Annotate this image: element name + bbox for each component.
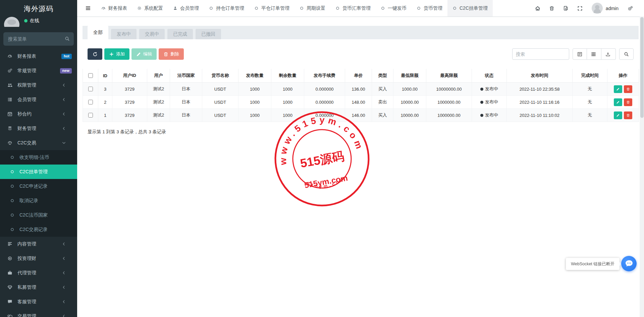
refresh-button[interactable]	[88, 48, 102, 60]
delete-row-button[interactable]	[624, 98, 632, 106]
row-checkbox[interactable]	[88, 113, 93, 118]
cell-remaining: 1000	[271, 109, 304, 122]
align-left-icon	[7, 241, 13, 246]
cell-user_id: 3729	[112, 96, 147, 109]
sidebar-item-财务报表[interactable]: 财务报表hot	[0, 49, 77, 63]
hamburger-menu-icon[interactable]	[80, 0, 96, 16]
columns-icon	[591, 52, 596, 57]
user-avatar[interactable]	[592, 3, 603, 14]
topnav-tab-货币汇率管理[interactable]: 货币汇率管理	[330, 0, 376, 16]
search-icon	[65, 36, 70, 41]
chevron-left-icon	[62, 97, 67, 102]
topnav-right: admin	[531, 0, 644, 16]
filter-tab-发布中[interactable]: 发布中	[111, 29, 137, 39]
orders-table: ID用户ID用户法币国家货币名称发布数量剩余数量发布手续费单价类型最低限额最高限…	[83, 69, 639, 122]
detail-view-button[interactable]	[573, 48, 587, 60]
sidebar-submenu: 收支明细-法币C2C挂单管理C2C申述记录取消记录C2C法币国家C2C交易记录	[0, 150, 77, 237]
sidebar-subitem-C2C挂单管理[interactable]: C2C挂单管理	[0, 165, 77, 179]
username-label[interactable]: admin	[606, 6, 619, 11]
cell-country: 日本	[170, 109, 202, 122]
edit-row-button[interactable]	[614, 111, 622, 119]
sidebar-item-label: 财务报表	[17, 53, 36, 59]
select-all-checkbox[interactable]	[88, 73, 93, 78]
status-dot-icon	[480, 88, 483, 91]
cell-currency: USDT	[202, 109, 238, 122]
gear-icon	[137, 6, 142, 10]
cell-completed: 无	[573, 83, 607, 96]
filter-tab-已完成[interactable]: 已完成	[167, 29, 193, 39]
table-search-input[interactable]	[512, 48, 569, 60]
home-button[interactable]	[531, 6, 545, 11]
topnav-tab-货币管理[interactable]: 货币管理	[412, 0, 447, 16]
pencil-icon	[616, 100, 620, 104]
cell-currency: USDT	[202, 83, 238, 96]
scrollbar-thumb[interactable]	[640, 17, 644, 118]
row-checkbox[interactable]	[88, 87, 93, 91]
sidebar-item-交易管理[interactable]: 交易管理	[0, 309, 77, 317]
sidebar-item-代理管理[interactable]: 代理管理	[0, 266, 77, 280]
sidebar-item-财务管理[interactable]: 财务管理	[0, 121, 77, 136]
filter-tab-全部[interactable]: 全部	[88, 26, 108, 39]
scrollbar-track[interactable]	[640, 16, 644, 317]
sidebar-subitem-label: C2C挂单管理	[19, 169, 48, 175]
delete-button[interactable]: 删除	[159, 48, 184, 60]
topnav-tab-持仓订单管理[interactable]: 持仓订单管理	[204, 0, 249, 16]
fullscreen-button[interactable]	[573, 6, 587, 11]
row-checkbox-cell	[83, 109, 98, 122]
edit-row-button[interactable]	[614, 85, 622, 93]
topnav-tab-C2C挂单管理[interactable]: C2C挂单管理	[447, 0, 493, 16]
column-header: 用户ID	[112, 69, 147, 83]
topnav-tab-财务报表[interactable]: 财务报表	[96, 0, 132, 16]
search-submit-button[interactable]	[619, 48, 634, 60]
add-button[interactable]: 添加	[104, 48, 129, 60]
delete-row-button[interactable]	[624, 111, 632, 119]
cell-min: 1000.00	[393, 83, 426, 96]
filter-tab-交易中[interactable]: 交易中	[139, 29, 165, 39]
topnav-tab-系统配置[interactable]: 系统配置	[132, 0, 168, 16]
sidebar-item-权限管理[interactable]: 权限管理	[0, 78, 77, 92]
sidebar-subitem-C2C申述记录[interactable]: C2C申述记录	[0, 179, 77, 193]
avatar	[4, 17, 19, 27]
clear-cache-button[interactable]	[559, 6, 573, 11]
topnav-tab-会员管理[interactable]: 会员管理	[168, 0, 204, 16]
topnav-tab-周期设置[interactable]: 周期设置	[294, 0, 330, 16]
trash-icon	[549, 6, 554, 11]
cell-fee: 0.000000	[304, 83, 345, 96]
cell-amount: 1000	[238, 96, 271, 109]
online-status-dot	[24, 19, 28, 22]
sidebar-item-C2C交易[interactable]: C2C交易	[0, 136, 77, 150]
sidebar-subitem-C2C法币国家[interactable]: C2C法币国家	[0, 208, 77, 222]
edit-row-button[interactable]	[614, 98, 622, 106]
customer-service-chat-button[interactable]	[621, 256, 637, 271]
settings-cogs-button[interactable]	[623, 6, 637, 11]
sidebar-item-内容管理[interactable]: 内容管理	[0, 237, 77, 251]
home-icon	[535, 6, 540, 11]
sidebar-subitem-收支明细-法币[interactable]: 收支明细-法币	[0, 150, 77, 165]
topnav-tab-平仓订单管理[interactable]: 平仓订单管理	[249, 0, 294, 16]
toolbar-right	[512, 48, 634, 60]
sidebar-item-会员管理[interactable]: 会员管理	[0, 92, 77, 107]
sidebar-subitem-取消记录[interactable]: 取消记录	[0, 193, 77, 208]
sidebar-item-常规管理[interactable]: 常规管理new	[0, 63, 77, 78]
delete-button-label: 删除	[170, 51, 179, 57]
row-checkbox[interactable]	[88, 100, 93, 104]
pencil-icon	[136, 52, 141, 57]
columns-button[interactable]	[587, 48, 601, 60]
sidebar-item-秒合约[interactable]: 秒合约	[0, 107, 77, 121]
topnav-tab-label: 会员管理	[180, 5, 199, 11]
sidebar-subitem-C2C交易记录[interactable]: C2C交易记录	[0, 222, 77, 237]
sidebar-item-投资理财[interactable]: 投资理财	[0, 251, 77, 266]
sidebar-item-label: 私募管理	[17, 284, 36, 290]
export-button[interactable]	[601, 48, 616, 60]
cell-user: 测试2	[147, 96, 170, 109]
circle-icon	[10, 213, 15, 217]
trash-button[interactable]	[545, 6, 559, 11]
sidebar-item-客服管理[interactable]: 客服管理	[0, 295, 77, 309]
sidebar-item-私募管理[interactable]: 私募管理	[0, 280, 77, 295]
filter-tab-已撤回[interactable]: 已撤回	[196, 29, 221, 39]
menu-search-input[interactable]	[3, 32, 74, 46]
topnav-tab-一键发币[interactable]: 一键发币	[376, 0, 412, 16]
sidebar-item-label: 交易管理	[17, 313, 36, 317]
edit-button[interactable]: 编辑	[131, 48, 157, 60]
delete-row-button[interactable]	[624, 85, 632, 93]
